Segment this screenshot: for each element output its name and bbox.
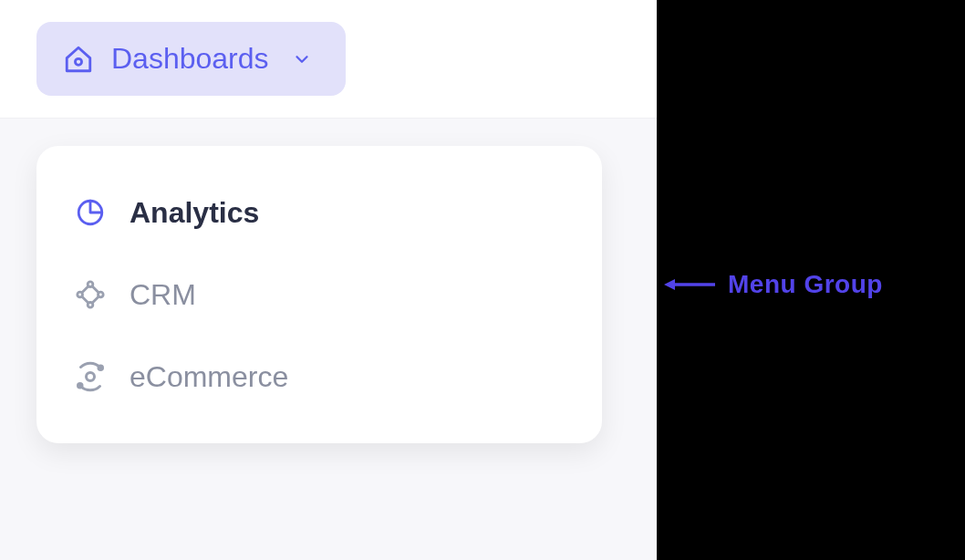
svg-marker-10 [664,279,675,290]
svg-point-7 [99,366,103,370]
menu-item-ecommerce[interactable]: eCommerce [36,336,602,418]
chevron-down-icon [289,47,315,72]
left-panel: Dashboards Analytics [0,0,657,560]
svg-point-4 [88,303,93,308]
svg-point-3 [99,292,104,297]
svg-point-0 [75,58,81,65]
menu-item-label: eCommerce [130,360,288,394]
home-icon [62,43,95,76]
arrow-left-icon [664,275,717,294]
pie-chart-icon [73,195,108,230]
svg-point-8 [78,384,83,389]
orbit-icon [73,359,108,394]
annotation: Menu Group [664,270,883,299]
menu-item-label: CRM [130,278,196,312]
menu-group-dropdown: Analytics CRM [36,146,602,443]
topbar: Dashboards [0,0,657,119]
nodes-icon [73,277,108,312]
svg-point-2 [88,282,93,287]
menu-item-crm[interactable]: CRM [36,254,602,336]
svg-point-5 [78,292,83,297]
menu-item-analytics[interactable]: Analytics [36,171,602,254]
nav-label: Dashboards [111,42,269,76]
annotation-label: Menu Group [728,270,883,299]
svg-point-6 [87,373,95,381]
menu-item-label: Analytics [130,196,259,230]
dashboards-nav-button[interactable]: Dashboards [36,22,346,96]
